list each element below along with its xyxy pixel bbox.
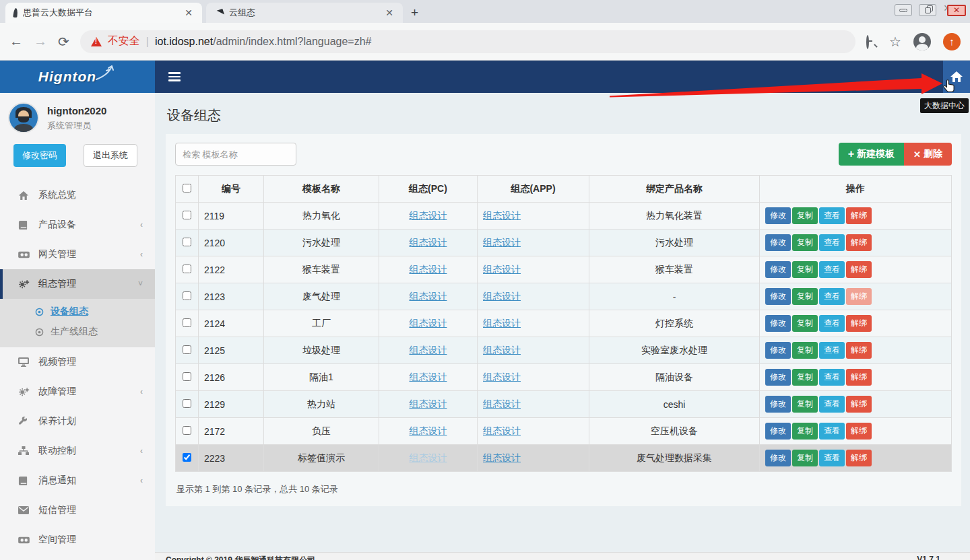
edit-button[interactable]: 修改 [765, 207, 791, 224]
edit-button[interactable]: 修改 [765, 450, 791, 466]
copy-button[interactable]: 复制 [792, 342, 818, 359]
browser-profile-icon[interactable] [913, 33, 931, 50]
unbind-button[interactable]: 解绑 [846, 423, 872, 440]
row-checkbox[interactable] [183, 345, 191, 354]
unbind-button[interactable]: 解绑 [846, 261, 872, 278]
sidebar-item-0[interactable]: 系统总览 [0, 180, 155, 210]
sidebar-item-9[interactable]: 短信管理 [0, 495, 155, 525]
sidebar-item-8[interactable]: 消息通知‹ [0, 466, 155, 495]
unbind-button[interactable]: 解绑 [846, 342, 872, 359]
edit-button[interactable]: 修改 [765, 369, 791, 386]
unbind-button[interactable]: 解绑 [846, 207, 872, 224]
config-pc-link[interactable]: 组态设计 [410, 425, 447, 436]
config-app-link[interactable]: 组态设计 [483, 291, 521, 302]
view-button[interactable]: 查看 [819, 342, 845, 359]
sidebar-item-10[interactable]: 空间管理 [0, 525, 155, 555]
edit-button[interactable]: 修改 [765, 396, 791, 413]
select-all-checkbox[interactable] [183, 184, 191, 193]
change-password-button[interactable]: 修改密码 [13, 144, 66, 167]
edit-button[interactable]: 修改 [765, 234, 791, 251]
edit-button[interactable]: 修改 [765, 288, 791, 305]
copy-button[interactable]: 复制 [792, 423, 818, 440]
browser-update-icon[interactable]: ↑ [943, 33, 961, 50]
config-pc-link[interactable]: 组态设计 [410, 237, 447, 248]
view-button[interactable]: 查看 [819, 207, 845, 224]
view-button[interactable]: 查看 [819, 261, 845, 278]
view-button[interactable]: 查看 [819, 288, 845, 305]
config-app-link[interactable]: 组态设计 [483, 345, 521, 355]
row-checkbox[interactable] [183, 211, 191, 219]
row-checkbox[interactable] [183, 399, 191, 408]
copy-button[interactable]: 复制 [792, 261, 818, 278]
browser-tab-platform[interactable]: 思普云大数据平台 ✕ [5, 3, 202, 23]
delete-button[interactable]: ✕删除 [904, 143, 952, 166]
close-button[interactable]: ✕ [947, 5, 966, 16]
tab-close-icon[interactable]: ✕ [383, 7, 396, 18]
view-button[interactable]: 查看 [819, 423, 845, 440]
sidebar-item-6[interactable]: 保养计划 [0, 407, 155, 436]
config-pc-link[interactable]: 组态设计 [410, 398, 447, 409]
sidebar-item-2[interactable]: 网关管理‹ [0, 240, 155, 269]
copy-button[interactable]: 复制 [792, 234, 818, 251]
view-button[interactable]: 查看 [819, 315, 845, 332]
row-checkbox[interactable] [183, 453, 191, 462]
new-tab-button[interactable]: + [403, 5, 426, 23]
unbind-button[interactable]: 解绑 [846, 450, 872, 466]
config-pc-link[interactable]: 组态设计 [410, 318, 447, 328]
config-app-link[interactable]: 组态设计 [483, 210, 521, 221]
copy-button[interactable]: 复制 [792, 396, 818, 413]
copy-button[interactable]: 复制 [792, 315, 818, 332]
row-checkbox[interactable] [183, 426, 191, 435]
browser-tab-cloud-config[interactable]: 云组态 ✕ [206, 3, 403, 23]
search-input[interactable] [175, 143, 296, 166]
unbind-button[interactable]: 解绑 [846, 288, 872, 305]
submenu-item-1[interactable]: 生产线组态 [0, 322, 155, 342]
row-checkbox[interactable] [183, 318, 191, 327]
config-app-link[interactable]: 组态设计 [483, 398, 521, 409]
config-pc-link[interactable]: 组态设计 [410, 452, 447, 463]
config-pc-link[interactable]: 组态设计 [410, 345, 447, 355]
tab-close-icon[interactable]: ✕ [182, 7, 195, 18]
sidebar-item-4[interactable]: 视频管理 [0, 347, 155, 377]
view-button[interactable]: 查看 [819, 396, 845, 413]
config-app-link[interactable]: 组态设计 [483, 237, 521, 248]
unbind-button[interactable]: 解绑 [846, 396, 872, 413]
unbind-button[interactable]: 解绑 [846, 369, 872, 386]
sidebar-item-7[interactable]: 联动控制‹ [0, 436, 155, 466]
row-checkbox[interactable] [183, 238, 191, 246]
config-app-link[interactable]: 组态设计 [483, 372, 521, 382]
copy-button[interactable]: 复制 [792, 369, 818, 386]
config-app-link[interactable]: 组态设计 [483, 425, 521, 436]
copy-button[interactable]: 复制 [792, 450, 818, 466]
view-button[interactable]: 查看 [819, 234, 845, 251]
view-button[interactable]: 查看 [819, 450, 845, 466]
config-app-link[interactable]: 组态设计 [483, 318, 521, 328]
copy-button[interactable]: 复制 [792, 207, 818, 224]
forward-icon[interactable]: → [34, 34, 47, 49]
minimize-button[interactable] [895, 4, 912, 16]
back-icon[interactable]: ← [9, 34, 23, 49]
sidebar-item-1[interactable]: 产品设备‹ [0, 210, 155, 240]
sidebar-item-3[interactable]: 组态管理˅ [0, 269, 155, 299]
row-checkbox[interactable] [183, 372, 191, 381]
view-button[interactable]: 查看 [819, 369, 845, 386]
bigdata-home-button[interactable] [943, 61, 970, 93]
new-template-button[interactable]: +新建模板 [839, 143, 904, 166]
sidebar-item-5[interactable]: 故障管理‹ [0, 377, 155, 407]
copy-button[interactable]: 复制 [792, 288, 818, 305]
menu-toggle-button[interactable] [168, 70, 181, 83]
reload-icon[interactable]: ⟳ [58, 34, 69, 50]
row-checkbox[interactable] [183, 265, 191, 273]
config-pc-link[interactable]: 组态设计 [410, 291, 447, 302]
submenu-item-0[interactable]: 设备组态 [0, 302, 155, 322]
config-app-link[interactable]: 组态设计 [483, 264, 521, 275]
row-checkbox[interactable] [183, 291, 191, 300]
address-bar[interactable]: 不安全 | iot.idosp.net/admin/index.html?lan… [80, 30, 855, 53]
unbind-button[interactable]: 解绑 [846, 234, 872, 251]
logout-button[interactable]: 退出系统 [84, 144, 137, 167]
bookmark-star-icon[interactable]: ☆ [889, 34, 901, 50]
edit-button[interactable]: 修改 [765, 315, 791, 332]
config-pc-link[interactable]: 组态设计 [410, 372, 447, 382]
zoom-icon[interactable] [866, 36, 877, 47]
edit-button[interactable]: 修改 [765, 423, 791, 440]
